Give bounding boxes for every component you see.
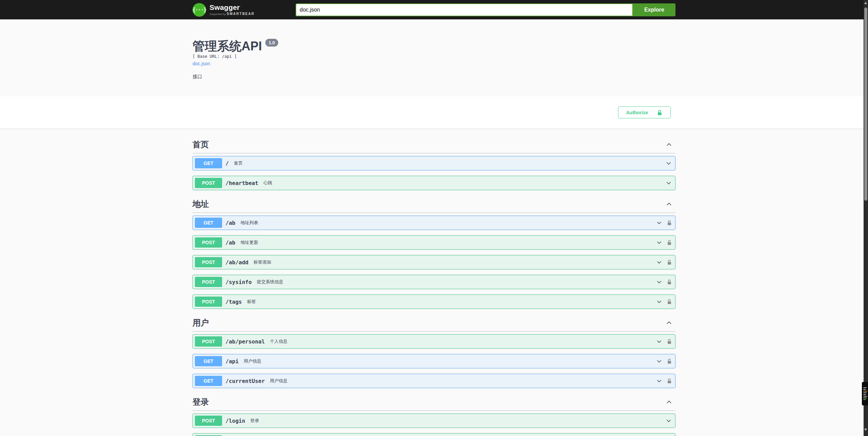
- chevron-down-icon[interactable]: [656, 219, 663, 226]
- topbar: {···} Swagger. Supported bySMARTBEAR Exp…: [0, 0, 868, 19]
- operation-row[interactable]: POST /login/outLogin 退出登录: [193, 433, 675, 436]
- smartbear-tagline: Supported bySMARTBEAR: [210, 12, 254, 16]
- unlock-icon: [657, 109, 663, 116]
- operation-summary: 地址列表: [240, 220, 258, 226]
- operation-row[interactable]: POST /tags 标签: [193, 295, 675, 309]
- tag-title: 登录: [193, 397, 209, 407]
- operation-path: /ab/add: [226, 259, 248, 266]
- operation-row[interactable]: GET /currentUser 用户信息: [193, 374, 675, 388]
- unlock-icon[interactable]: [667, 378, 672, 384]
- tag-section-header[interactable]: 登录: [193, 393, 675, 411]
- swagger-wordmark: Swagger: [210, 3, 240, 11]
- operation-path: /currentUser: [226, 378, 265, 384]
- chevron-down-icon[interactable]: [665, 160, 672, 167]
- version-badge: 1.0: [265, 39, 278, 47]
- tag-section-header[interactable]: 地址: [193, 196, 675, 213]
- operation-path: /api: [226, 358, 239, 365]
- minimap-line: [863, 398, 867, 398]
- chevron-down-icon[interactable]: [656, 298, 663, 305]
- operation-row[interactable]: POST /heartbeat 心跳: [193, 176, 675, 190]
- operation-summary: 登录: [250, 418, 259, 424]
- method-badge: GET: [195, 376, 222, 386]
- api-tag-section: 首页 GET / 首页 POST /heartbeat 心跳: [193, 136, 675, 190]
- operation-path: /: [226, 160, 229, 167]
- operation-summary: 首页: [234, 160, 243, 166]
- chevron-up-icon[interactable]: [665, 319, 673, 326]
- operation-summary: 提交系统信息: [257, 279, 283, 285]
- minimap-line: [863, 396, 867, 397]
- unlock-icon[interactable]: [667, 259, 672, 266]
- explore-button[interactable]: Explore: [633, 3, 675, 16]
- operation-path: /login: [226, 418, 245, 424]
- operation-summary: 个人信息: [270, 338, 288, 345]
- swagger-logo-link[interactable]: {···} Swagger. Supported bySMARTBEAR: [193, 3, 254, 17]
- method-badge: GET: [195, 158, 222, 168]
- unlock-icon[interactable]: [667, 219, 672, 226]
- scrollbar[interactable]: [864, 0, 868, 436]
- chevron-down-icon[interactable]: [656, 279, 663, 285]
- minimap-line: [863, 389, 866, 390]
- operation-path: /tags: [226, 299, 242, 305]
- chevron-down-icon[interactable]: [665, 417, 672, 424]
- operation-row[interactable]: GET /ab 地址列表: [193, 216, 675, 230]
- chevron-down-icon[interactable]: [656, 239, 663, 246]
- operation-row[interactable]: POST /login 登录: [193, 414, 675, 428]
- operation-row[interactable]: GET / 首页: [193, 156, 675, 170]
- trademark-dot: .: [240, 3, 241, 7]
- chevron-down-icon[interactable]: [665, 180, 672, 186]
- swagger-logo-icon: {···}: [193, 3, 206, 17]
- minimap-line: [863, 391, 867, 391]
- spec-url-input[interactable]: [296, 3, 633, 16]
- spec-url-form: Explore: [296, 3, 675, 16]
- operation-path: /ab: [226, 239, 235, 246]
- operation-row[interactable]: GET /api 用户信息: [193, 354, 675, 368]
- chevron-up-icon[interactable]: [665, 141, 673, 148]
- operation-summary: 标签: [247, 299, 256, 305]
- operation-row[interactable]: POST /sysinfo 提交系统信息: [193, 275, 675, 289]
- minimap-line: [863, 399, 866, 400]
- chevron-up-icon[interactable]: [665, 200, 673, 208]
- method-badge: POST: [195, 257, 222, 267]
- operation-path: /ab: [226, 220, 235, 226]
- unlock-icon[interactable]: [667, 298, 672, 305]
- scroll-up-arrow-icon[interactable]: [864, 2, 867, 4]
- operation-row[interactable]: POST /ab 地址更新: [193, 235, 675, 250]
- api-tag-section: 用户 POST /ab/personal 个人信息 GET /api 用户信息: [193, 314, 675, 388]
- unlock-icon[interactable]: [667, 358, 672, 365]
- operation-summary: 用户信息: [244, 358, 262, 364]
- operation-path: /ab/personal: [226, 338, 265, 345]
- scrollbar-thumb[interactable]: [864, 7, 867, 201]
- method-badge: POST: [195, 277, 222, 287]
- api-description: 接口: [193, 74, 675, 80]
- chevron-down-icon[interactable]: [656, 378, 663, 384]
- api-info-section: 管理系统API 1.0 [ Base URL: /api ] doc.json …: [0, 19, 868, 96]
- scroll-minimap-widget[interactable]: [862, 382, 868, 405]
- chevron-down-icon[interactable]: [656, 358, 663, 365]
- base-url: [ Base URL: /api ]: [193, 54, 675, 59]
- scroll-down-arrow-icon[interactable]: [864, 429, 867, 431]
- unlock-icon[interactable]: [667, 338, 672, 345]
- unlock-icon[interactable]: [667, 239, 672, 246]
- scheme-container: Authorize: [0, 96, 868, 129]
- method-badge: GET: [195, 356, 222, 366]
- operation-path: /heartbeat: [226, 180, 258, 186]
- operation-row[interactable]: POST /ab/personal 个人信息: [193, 334, 675, 349]
- unlock-icon[interactable]: [667, 279, 672, 285]
- operation-row[interactable]: POST /ab/add 标签添加: [193, 255, 675, 269]
- tag-title: 首页: [193, 140, 209, 149]
- tag-section-header[interactable]: 首页: [193, 136, 675, 153]
- minimap-line: [863, 394, 866, 395]
- chevron-down-icon[interactable]: [656, 338, 663, 345]
- authorize-button[interactable]: Authorize: [618, 106, 671, 118]
- chevron-up-icon[interactable]: [665, 398, 673, 406]
- operation-summary: 用户信息: [270, 378, 288, 384]
- method-badge: POST: [195, 416, 222, 426]
- spec-json-link[interactable]: doc.json: [193, 61, 210, 66]
- api-tag-section: 登录 POST /login 登录 POST /login/outLogin 退…: [193, 393, 675, 436]
- tag-title: 用户: [193, 318, 209, 328]
- api-title: 管理系统API 1.0: [193, 39, 675, 53]
- tag-section-header[interactable]: 用户: [193, 314, 675, 332]
- method-badge: POST: [195, 237, 222, 248]
- operation-summary: 心跳: [263, 180, 272, 186]
- chevron-down-icon[interactable]: [656, 259, 663, 266]
